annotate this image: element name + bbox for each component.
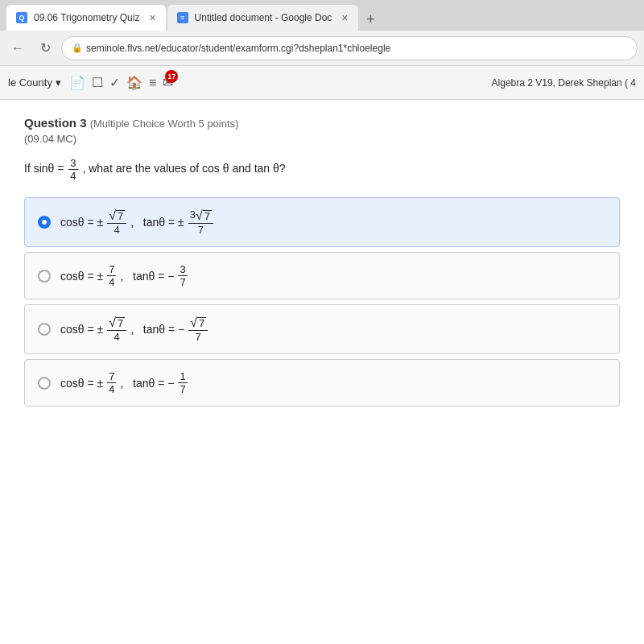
browser-frame: Q 09.06 Trigonometry Quiz × ≡ Untitled d…: [0, 0, 644, 644]
option-c-tan-num: √7: [188, 316, 208, 331]
toolbar-user-info: Algebra 2 V19, Derek Sheplan ( 4: [492, 77, 636, 89]
lock-icon: 🔒: [72, 43, 83, 53]
option-d-cos-num: 7: [107, 371, 116, 383]
option-d-tan-frac: 1 7: [178, 371, 187, 394]
option-b-tan-num: 3: [178, 264, 187, 276]
option-a-expr: cosθ = ± √7 4 , tanθ = ± 3√7 7: [60, 209, 215, 235]
mail-badge-count: 17: [165, 70, 178, 83]
tab-doc-label: Untitled document - Google Doc: [195, 12, 332, 23]
mail-button[interactable]: ✉ 17: [163, 75, 173, 90]
tab-quiz-label: 09.06 Trigonometry Quiz: [34, 12, 139, 23]
option-b-tan-frac: 3 7: [178, 264, 187, 287]
option-c-tan-den: 7: [194, 331, 203, 342]
url-text: seminole.flvs.net/educator/student/examf…: [86, 43, 390, 54]
tab-quiz[interactable]: Q 09.06 Trigonometry Quiz ×: [6, 5, 166, 31]
option-d-expr: cosθ = ± 7 4 , tanθ = − 1 7: [60, 371, 189, 394]
tab-quiz-close[interactable]: ×: [149, 11, 155, 24]
tab-quiz-icon: Q: [16, 12, 27, 23]
option-c-cos-frac: √7 4: [107, 316, 126, 342]
option-c-tan-frac: √7 7: [188, 316, 208, 342]
new-tab-button[interactable]: +: [360, 8, 382, 31]
option-a[interactable]: cosθ = ± √7 4 , tanθ = ± 3√7 7: [24, 197, 620, 247]
back-button[interactable]: ←: [6, 37, 29, 60]
option-a-tan-den: 7: [196, 224, 205, 235]
option-b-tan-den: 7: [178, 276, 187, 287]
url-bar[interactable]: 🔒 seminole.flvs.net/educator/student/exa…: [61, 36, 638, 60]
option-d-cos-den: 4: [107, 383, 116, 394]
tab-doc-close[interactable]: ×: [341, 11, 348, 24]
address-bar: ← ↻ 🔒 seminole.flvs.net/educator/student…: [0, 31, 644, 66]
reload-button[interactable]: ↻: [34, 37, 56, 60]
option-b-cos-num: 7: [107, 264, 116, 276]
question-text: If sinθ = 3 4 , what are the values of c…: [24, 158, 620, 181]
option-c-expr: cosθ = ± √7 4 , tanθ = − √7 7: [60, 316, 209, 342]
toolbar: le County ▾ 📄 ☐ ✓ 🏠 ≡ ✉ 17 Algebra 2 V19…: [0, 66, 644, 100]
option-a-cos-frac: √7 4: [107, 209, 126, 235]
sqrt-7-a: √7: [109, 209, 125, 222]
sqrt-7-tan-a: √7: [196, 209, 212, 222]
tab-doc[interactable]: ≡ Untitled document - Google Doc ×: [167, 5, 358, 31]
sin-fraction: 3 4: [68, 158, 77, 181]
option-c-cos-den: 4: [113, 331, 122, 342]
option-b-expr: cosθ = ± 7 4 , tanθ = − 3 7: [60, 264, 189, 287]
option-d-cos-frac: 7 4: [107, 371, 116, 394]
question-title: Question 3: [24, 116, 87, 130]
tab-bar: Q 09.06 Trigonometry Quiz × ≡ Untitled d…: [0, 0, 644, 31]
question-worth: (Multiple Choice Worth 5 points): [90, 118, 239, 130]
toolbar-check-icon[interactable]: ✓: [109, 75, 120, 90]
option-a-tan-frac: 3√7 7: [188, 209, 213, 235]
sin-numerator: 3: [68, 158, 77, 170]
radio-b: [38, 270, 51, 283]
option-d-tan-num: 1: [178, 371, 187, 383]
toolbar-home-icon[interactable]: 🏠: [126, 75, 142, 90]
toolbar-doc-icon[interactable]: 📄: [69, 75, 85, 90]
sqrt-7-c: √7: [109, 316, 125, 329]
option-a-tan-num: 3√7: [188, 209, 213, 224]
toolbar-checkbox-icon[interactable]: ☐: [92, 75, 103, 90]
option-c-cos-num: √7: [107, 316, 126, 331]
brand-dropdown-icon[interactable]: ▾: [56, 76, 61, 89]
option-d-tan-den: 7: [178, 383, 187, 394]
option-d[interactable]: cosθ = ± 7 4 , tanθ = − 1 7: [24, 359, 620, 407]
radio-c: [38, 323, 51, 336]
question-header: Question 3 (Multiple Choice Worth 5 poin…: [24, 116, 620, 130]
option-c[interactable]: cosθ = ± √7 4 , tanθ = − √7 7: [24, 304, 620, 354]
brand-label[interactable]: le County ▾: [8, 76, 61, 89]
option-b-cos-den: 4: [107, 276, 116, 287]
toolbar-icons: 📄 ☐ ✓ 🏠 ≡ ✉ 17: [69, 75, 173, 90]
radio-d: [38, 377, 51, 390]
option-a-cos-den: 4: [113, 224, 122, 235]
sin-denominator: 4: [68, 170, 77, 181]
options-container: cosθ = ± √7 4 , tanθ = ± 3√7 7: [24, 197, 620, 407]
option-b-cos-frac: 7 4: [107, 264, 116, 287]
radio-a: [38, 216, 51, 229]
sqrt-7-tan-c: √7: [190, 316, 206, 329]
radio-a-dot: [42, 220, 47, 225]
page-content: Question 3 (Multiple Choice Worth 5 poin…: [0, 100, 644, 644]
question-sub: (09.04 MC): [24, 133, 620, 145]
tab-doc-icon: ≡: [177, 12, 188, 23]
brand-text: le County: [8, 76, 52, 89]
option-a-cos-num: √7: [107, 209, 126, 224]
option-b[interactable]: cosθ = ± 7 4 , tanθ = − 3 7: [24, 252, 620, 299]
toolbar-menu-icon[interactable]: ≡: [149, 76, 156, 90]
